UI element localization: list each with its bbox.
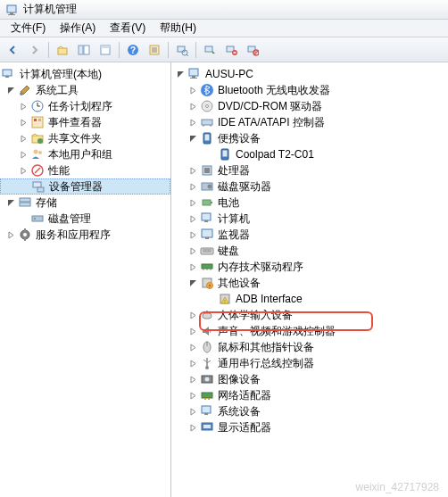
node-label: 设备管理器 <box>49 179 103 195</box>
node-computer-management-local[interactable]: 计算机管理(本地) <box>0 66 170 82</box>
menu-help[interactable]: 帮助(H) <box>153 21 203 36</box>
expand-icon[interactable] <box>187 181 198 192</box>
device-node-batteries[interactable]: 电池 <box>171 195 448 211</box>
expand-icon[interactable] <box>187 310 198 320</box>
help-button[interactable]: ? <box>123 40 143 60</box>
disk-icon <box>200 179 214 194</box>
node-label: 共享文件夹 <box>48 131 102 146</box>
svg-rect-48 <box>24 238 26 241</box>
expand-icon[interactable] <box>187 245 198 256</box>
node-services-apps[interactable]: 服务和应用程序 <box>0 227 170 243</box>
node-label: IDE ATA/ATAPI 控制器 <box>218 115 325 130</box>
device-node-mice[interactable]: 鼠标和其他指针设备 <box>171 339 448 355</box>
device-node-hid[interactable]: 人体学输入设备 <box>171 307 448 323</box>
svg-rect-71 <box>205 237 209 239</box>
expand-icon[interactable] <box>18 133 29 144</box>
event-viewer-icon <box>30 115 45 129</box>
expand-icon[interactable] <box>5 229 16 240</box>
node-computer-root[interactable]: AUSU-PC <box>171 66 448 82</box>
expand-icon[interactable] <box>187 165 198 176</box>
scan-button[interactable] <box>172 40 192 60</box>
device-node-dvd[interactable]: DVD/CD-ROM 驱动器 <box>171 98 448 114</box>
expand-icon[interactable] <box>187 342 198 352</box>
expand-icon[interactable] <box>187 422 198 433</box>
expand-icon[interactable] <box>187 390 198 401</box>
expand-icon[interactable] <box>187 85 198 95</box>
collapse-icon[interactable] <box>187 277 198 288</box>
expand-icon[interactable] <box>187 406 198 417</box>
expand-icon[interactable] <box>187 326 198 336</box>
export-button[interactable] <box>95 40 115 60</box>
uninstall-button[interactable] <box>221 40 241 60</box>
svg-point-36 <box>38 151 42 154</box>
disp-icon <box>200 420 214 435</box>
disable-button[interactable] <box>243 40 262 60</box>
bt-icon <box>200 83 214 97</box>
device-node-network[interactable]: 网络适配器 <box>171 387 448 403</box>
menu-bar: 文件(F) 操作(A) 查看(V) 帮助(H) <box>0 20 448 37</box>
expand-icon[interactable] <box>18 165 29 176</box>
node-task-scheduler[interactable]: 任务计划程序 <box>0 98 170 114</box>
device-node-processors[interactable]: 处理器 <box>171 162 448 178</box>
device-node-usb[interactable]: 通用串行总线控制器 <box>171 355 448 371</box>
node-label: 键盘 <box>218 244 239 259</box>
svg-point-46 <box>23 233 27 236</box>
expand-icon[interactable] <box>187 213 198 224</box>
node-local-users-groups[interactable]: 本地用户和组 <box>0 146 170 162</box>
device-node-sound[interactable]: 声音、视频和游戏控制器 <box>171 323 448 339</box>
device-node-display[interactable]: 显示适配器 <box>171 419 448 435</box>
device-node-coolpad[interactable]: Coolpad T2-C01 <box>171 146 448 162</box>
device-manager-icon <box>31 179 46 194</box>
expand-icon[interactable] <box>187 229 198 240</box>
collapse-icon[interactable] <box>5 85 16 95</box>
device-node-keyboards[interactable]: 键盘 <box>171 243 448 259</box>
expand-icon[interactable] <box>187 117 198 128</box>
node-storage[interactable]: 存储 <box>0 195 170 211</box>
expand-icon[interactable] <box>187 101 198 112</box>
show-hide-tree-button[interactable] <box>74 40 94 60</box>
device-node-portable[interactable]: 便携设备 <box>171 130 448 146</box>
device-node-monitors[interactable]: 监视器 <box>171 227 448 243</box>
device-node-adb[interactable]: !ADB Interface <box>171 291 448 307</box>
expand-icon[interactable] <box>18 101 29 112</box>
collapse-icon[interactable] <box>5 197 16 208</box>
menu-action[interactable]: 操作(A) <box>53 21 103 36</box>
node-system-tools[interactable]: 系统工具 <box>0 82 170 98</box>
update-driver-button[interactable] <box>200 40 220 60</box>
device-node-imaging[interactable]: 图像设备 <box>171 371 448 387</box>
back-button[interactable] <box>4 40 23 60</box>
collapse-icon[interactable] <box>187 133 198 144</box>
device-node-other_devices[interactable]: ?其他设备 <box>171 275 448 291</box>
services-icon <box>18 228 32 242</box>
node-shared-folders[interactable]: 共享文件夹 <box>0 130 170 146</box>
expand-icon[interactable] <box>187 358 198 369</box>
up-button[interactable] <box>53 40 72 60</box>
properties-button[interactable] <box>145 40 164 60</box>
device-node-computer[interactable]: 计算机 <box>171 211 448 227</box>
port-icon <box>200 131 214 145</box>
kb-icon <box>200 244 214 258</box>
other-icon: ? <box>200 276 214 290</box>
node-performance[interactable]: 性能 <box>0 162 170 178</box>
net-icon <box>200 388 214 402</box>
device-node-disk_drives[interactable]: 磁盘驱动器 <box>171 178 448 195</box>
device-node-memory_tech[interactable]: 内存技术驱动程序 <box>171 259 448 275</box>
node-event-viewer[interactable]: 事件查看器 <box>0 114 170 130</box>
forward-button[interactable] <box>25 40 45 60</box>
collapse-icon[interactable] <box>175 69 186 79</box>
expand-icon[interactable] <box>187 197 198 208</box>
menu-file[interactable]: 文件(F) <box>4 21 53 36</box>
expand-icon[interactable] <box>187 261 198 272</box>
device-node-ide[interactable]: IDE ATA/ATAPI 控制器 <box>171 114 448 130</box>
node-device-manager[interactable]: 设备管理器 <box>0 178 170 195</box>
performance-icon <box>30 163 45 178</box>
svg-rect-43 <box>32 216 43 221</box>
expand-icon[interactable] <box>18 149 29 160</box>
device-node-bluetooth[interactable]: Bluetooth 无线电收发器 <box>171 82 448 98</box>
node-disk-management[interactable]: 磁盘管理 <box>0 211 170 227</box>
expand-icon[interactable] <box>187 374 198 385</box>
menu-view[interactable]: 查看(V) <box>103 21 153 36</box>
device-node-system_devices[interactable]: 系统设备 <box>171 403 448 419</box>
expand-icon[interactable] <box>18 117 29 128</box>
svg-rect-96 <box>208 398 210 400</box>
